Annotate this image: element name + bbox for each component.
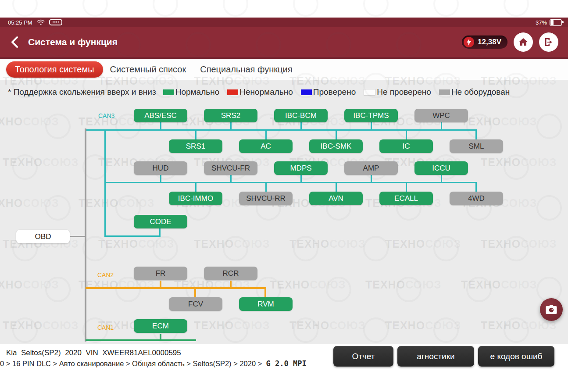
topology-node-shvcu-rr[interactable]: SHVCU-RR xyxy=(239,192,293,205)
legend-item-1: Ненормально xyxy=(227,87,293,97)
status-bar: 05:25 PM 37% xyxy=(0,18,568,27)
top-margin xyxy=(0,0,568,18)
topology-node-ibc-tpms[interactable]: IBC-TPMS xyxy=(344,109,398,122)
topology-node-fcv[interactable]: FCV xyxy=(169,297,222,311)
topology-node-ibc-bcm[interactable]: IBC-BCM xyxy=(274,109,328,122)
legend-item-4: Не оборудован xyxy=(439,87,510,97)
tab-bar: Топология системыСистемный списокСпециал… xyxy=(0,59,568,80)
topology-node-srs2[interactable]: SRS2 xyxy=(204,109,257,122)
clock: 05:25 PM xyxy=(8,19,32,26)
page-title: Система и функция xyxy=(28,37,118,47)
topology-node-mdps[interactable]: MDPS xyxy=(274,161,328,175)
topology-node-sml[interactable]: SML xyxy=(450,139,503,153)
battery-percent: 37% xyxy=(536,19,547,26)
action-button-0[interactable]: Отчет xyxy=(333,346,393,367)
tab-2[interactable]: Специальная функция xyxy=(193,61,299,78)
legend-item-3: Не проверено xyxy=(364,87,431,97)
battery-icon xyxy=(550,19,562,26)
exit-button[interactable] xyxy=(539,32,558,52)
screenshot-button[interactable] xyxy=(540,298,563,321)
topology-node-avn[interactable]: AVN xyxy=(309,192,363,205)
topology-node-rcr[interactable]: RCR xyxy=(204,267,257,280)
legend-swatch xyxy=(227,89,238,95)
exit-icon xyxy=(543,37,554,47)
topology-node-iccu[interactable]: ICCU xyxy=(414,161,468,175)
legend-item-2: Проверено xyxy=(301,87,356,97)
topology-node-ibc-immo[interactable]: IBC-IMMO xyxy=(169,192,222,205)
topology-node-ibc-smk[interactable]: IBC-SMK xyxy=(309,139,363,153)
legend-item-0: Нормально xyxy=(163,87,220,97)
topology-node-ac[interactable]: AC xyxy=(239,139,293,153)
topology-node-rvm[interactable]: RVM xyxy=(239,297,293,311)
action-buttons: Отчетагностикие кодов ошиб xyxy=(333,346,554,367)
bottom-bar: Kia Seltos(SP2) 2020 VIN XWEER81AEL00005… xyxy=(0,344,568,392)
legend-note: * Поддержка скольжения вверх и вниз xyxy=(8,87,156,97)
battery-voltage-badge[interactable]: 12,38V xyxy=(462,36,507,49)
legend: * Поддержка скольжения вверх и вниз Норм… xyxy=(8,86,565,98)
topology-node-ecall[interactable]: ECALL xyxy=(379,192,433,205)
vehicle-info: Kia Seltos(SP2) 2020 VIN XWEER81AEL00005… xyxy=(6,349,181,357)
topology-node-fr[interactable]: FR xyxy=(134,267,187,280)
back-button[interactable] xyxy=(11,36,18,48)
breadcrumb: 0 > 16 PIN DLC > Авто сканирование > Общ… xyxy=(0,359,307,368)
topology-node-shvcu-fr[interactable]: SHVCU-FR xyxy=(204,161,257,175)
topology-node-4wd[interactable]: 4WD xyxy=(450,192,503,205)
topology-node-amp[interactable]: AMP xyxy=(344,161,398,175)
topology-node-obd[interactable]: OBD xyxy=(16,230,70,243)
topology-node-srs1[interactable]: SRS1 xyxy=(169,139,222,153)
lightning-icon xyxy=(464,37,474,47)
topology-node-code[interactable]: CODE xyxy=(134,215,187,228)
action-button-2[interactable]: е кодов ошиб xyxy=(478,346,554,367)
engine-label: G 2.0 MPI xyxy=(266,359,307,368)
legend-swatch xyxy=(301,89,312,95)
header: Система и функция 12,38V xyxy=(0,27,568,59)
camera-icon xyxy=(546,305,557,314)
obd-connector-icon xyxy=(49,19,62,26)
home-icon xyxy=(518,37,529,47)
legend-swatch xyxy=(163,89,174,95)
topology-node-wpc[interactable]: WPC xyxy=(414,109,468,122)
tab-0[interactable]: Топология системы xyxy=(6,61,103,78)
legend-swatch xyxy=(439,89,450,95)
home-button[interactable] xyxy=(514,32,533,52)
topology-node-hud[interactable]: HUD xyxy=(134,161,187,175)
voltage-value: 12,38V xyxy=(478,38,501,46)
topology-node-ic[interactable]: IC xyxy=(379,139,433,153)
topology-node-ecm[interactable]: ECM xyxy=(134,319,187,333)
tab-1[interactable]: Системный список xyxy=(103,61,193,78)
wifi-icon xyxy=(37,19,45,25)
legend-swatch xyxy=(364,89,375,96)
action-button-1[interactable]: агностики xyxy=(397,346,474,367)
topology-node-abs-esc[interactable]: ABS/ESC xyxy=(134,109,187,122)
